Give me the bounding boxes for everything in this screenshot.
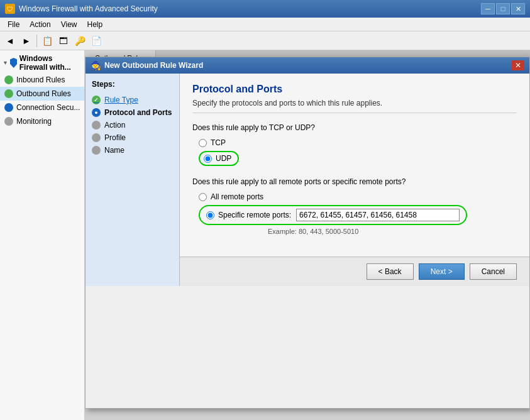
monitoring-icon	[4, 116, 14, 126]
step-label-protocol: Protocol and Ports	[104, 108, 172, 117]
cancel-button[interactable]: Cancel	[470, 263, 517, 280]
sidebar-item-outbound[interactable]: Outbound Rules	[0, 87, 84, 101]
step-protocol-ports[interactable]: ● Protocol and Ports	[92, 106, 173, 119]
step-name[interactable]: Name	[92, 144, 173, 157]
sidebar-root[interactable]: ▼ Windows Firewall with...	[0, 53, 84, 73]
toolbar-new-rule[interactable]: 📋	[40, 33, 55, 48]
step-profile[interactable]: Profile	[92, 131, 173, 144]
step-dot-action	[92, 121, 101, 130]
title-bar: 🛡 Windows Firewall with Advanced Securit…	[0, 0, 530, 18]
toolbar-separator	[36, 35, 37, 47]
ports-radio-group: All remote ports Specific remote ports:	[192, 192, 517, 235]
all-ports-radio-row: All remote ports	[199, 192, 517, 201]
wizard-icon: 🧙	[91, 60, 101, 70]
next-button[interactable]: Next >	[419, 263, 465, 280]
dialog-main: Protocol and Ports Specify the protocols…	[180, 74, 529, 257]
step-rule-type[interactable]: ✓ Rule Type	[92, 94, 173, 106]
step-dot-name	[92, 146, 101, 155]
section-title: Protocol and Ports	[192, 84, 517, 95]
outbound-icon	[4, 89, 14, 99]
step-dot-protocol: ●	[92, 108, 101, 117]
window-title: Windows Firewall with Advanced Security	[19, 4, 481, 13]
protocol-radio-group: TCP UDP	[192, 138, 517, 166]
steps-panel: Steps: ✓ Rule Type ● Protocol and Ports …	[86, 74, 180, 286]
udp-highlight: UDP	[199, 151, 239, 166]
toolbar-properties[interactable]: 🔑	[72, 33, 87, 48]
tcp-label[interactable]: TCP	[211, 138, 226, 147]
dialog-title-bar: 🧙 New Outbound Rule Wizard ✕	[86, 57, 529, 74]
all-ports-label[interactable]: All remote ports	[211, 192, 263, 201]
inbound-label: Inbound Rules	[16, 75, 65, 84]
step-label-rule-type: Rule Type	[104, 96, 138, 104]
question2-text: Does this rule apply to all remote ports…	[192, 177, 517, 186]
menu-file[interactable]: File	[3, 19, 25, 30]
tcp-radio[interactable]	[199, 139, 207, 147]
menu-action[interactable]: Action	[25, 19, 55, 30]
toolbar-filter[interactable]: 🗔	[56, 33, 71, 48]
step-action[interactable]: Action	[92, 119, 173, 131]
content-area: Outbound Rules 🧙 New Outbound Rule Wizar…	[85, 50, 530, 420]
sidebar-item-inbound[interactable]: Inbound Rules	[0, 73, 84, 87]
dialog-content-wrap: Protocol and Ports Specify the protocols…	[180, 74, 529, 286]
dialog-body: Steps: ✓ Rule Type ● Protocol and Ports …	[86, 74, 529, 286]
connection-dot-icon	[4, 103, 13, 112]
expand-arrow-icon: ▼	[3, 60, 8, 66]
specific-ports-radio[interactable]	[206, 211, 214, 219]
back-button[interactable]: < Back	[367, 263, 414, 280]
sidebar-item-connection[interactable]: Connection Secu...	[0, 101, 84, 114]
menu-view[interactable]: View	[56, 19, 82, 30]
toolbar-back[interactable]: ◄	[3, 33, 18, 48]
connection-icon	[4, 102, 14, 113]
dialog-overlay: 🧙 New Outbound Rule Wizard ✕ Steps: ✓ Ru…	[85, 50, 530, 420]
step-label-action: Action	[104, 121, 125, 130]
toolbar-help[interactable]: 📄	[89, 33, 104, 48]
monitoring-label: Monitoring	[16, 117, 52, 126]
step-label-name: Name	[104, 146, 124, 155]
dialog: 🧙 New Outbound Rule Wizard ✕ Steps: ✓ Ru…	[85, 57, 530, 409]
toolbar: ◄ ► 📋 🗔 🔑 📄	[0, 31, 530, 50]
maximize-button[interactable]: □	[496, 3, 510, 14]
app-icon: 🛡	[5, 4, 15, 14]
outbound-label: Outbound Rules	[16, 89, 71, 98]
close-window-button[interactable]: ✕	[511, 3, 525, 14]
section-subtitle: Specify the protocols and ports to which…	[192, 99, 517, 113]
question1-text: Does this rule apply to TCP or UDP?	[192, 123, 517, 132]
main-layout: ▼ Windows Firewall with... Inbound Rules…	[0, 50, 530, 420]
all-ports-radio[interactable]	[199, 193, 207, 201]
udp-label[interactable]: UDP	[216, 154, 231, 163]
udp-radio[interactable]	[204, 155, 212, 163]
sidebar-item-monitoring[interactable]: Monitoring	[0, 114, 84, 128]
monitoring-dot-icon	[4, 117, 13, 126]
menu-bar: File Action View Help	[0, 18, 530, 31]
step-dot-rule-type: ✓	[92, 96, 101, 104]
outbound-dot-icon	[4, 89, 13, 98]
firewall-icon	[10, 58, 18, 68]
udp-radio-row: UDP	[199, 151, 517, 166]
inbound-icon	[4, 75, 14, 85]
dialog-footer: < Back Next > Cancel	[180, 257, 529, 286]
specific-ports-highlight: Specific remote ports:	[199, 205, 467, 225]
tcp-radio-row: TCP	[199, 138, 517, 147]
inbound-dot-icon	[4, 75, 13, 84]
sidebar-root-label: Windows Firewall with...	[19, 54, 82, 72]
ports-example-text: Example: 80, 443, 5000-5010	[268, 228, 517, 235]
window-controls: ─ □ ✕	[481, 3, 525, 14]
minimize-button[interactable]: ─	[481, 3, 495, 14]
dialog-title: New Outbound Rule Wizard	[104, 61, 512, 70]
step-label-profile: Profile	[104, 133, 126, 142]
sidebar: ▼ Windows Firewall with... Inbound Rules…	[0, 50, 85, 420]
specific-ports-row: Specific remote ports:	[199, 205, 517, 225]
connection-label: Connection Secu...	[16, 103, 80, 112]
step-dot-profile	[92, 133, 101, 142]
ports-input[interactable]	[296, 209, 460, 221]
specific-ports-label[interactable]: Specific remote ports:	[218, 211, 291, 219]
dialog-close-button[interactable]: ✕	[512, 60, 524, 70]
toolbar-forward[interactable]: ►	[19, 33, 34, 48]
menu-help[interactable]: Help	[82, 19, 108, 30]
steps-title: Steps:	[92, 80, 173, 89]
